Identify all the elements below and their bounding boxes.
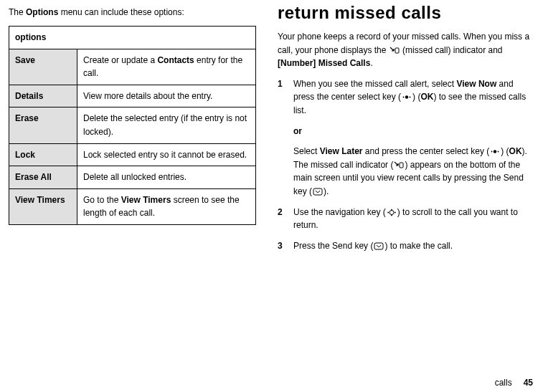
step-number: 1 xyxy=(278,77,293,118)
step-text: Press the Send key ( xyxy=(293,241,373,251)
step-3: 3 Press the Send key () to make the call… xyxy=(278,239,534,253)
options-table: options Save Create or update a Contacts… xyxy=(9,26,256,225)
section-heading: return missed calls xyxy=(278,3,534,23)
step-body: When you see the missed call alert, sele… xyxy=(293,77,534,118)
step-text: When you see the missed call alert, sele… xyxy=(293,79,456,89)
svg-point-2 xyxy=(403,97,405,98)
step-1: 1 When you see the missed call alert, se… xyxy=(278,77,534,118)
desc-text: Go to the xyxy=(83,195,121,205)
missed-calls-label: [Number] Missed Calls xyxy=(278,58,370,68)
ok-label: OK xyxy=(420,92,433,102)
step-text: Select xyxy=(293,146,320,156)
table-header-row: options xyxy=(9,27,256,49)
option-desc: Go to the View Timers screen to see the … xyxy=(77,188,256,224)
option-name: Lock xyxy=(9,143,77,166)
options-menu-name: Options xyxy=(26,7,58,17)
option-desc: Lock selected entry so it cannot be eras… xyxy=(77,143,256,166)
option-name: Erase xyxy=(9,107,77,143)
right-column: return missed calls Your phone keeps a r… xyxy=(278,6,534,259)
svg-point-11 xyxy=(395,211,396,213)
svg-point-1 xyxy=(405,96,408,99)
options-header: options xyxy=(9,27,256,49)
step-1-alt: Select View Later and press the center s… xyxy=(293,145,534,198)
body-text: (missed call) indicator and xyxy=(400,45,503,55)
option-name: Details xyxy=(9,85,77,107)
view-now-label: View Now xyxy=(456,79,496,89)
desc-text: Create or update a xyxy=(83,55,157,65)
svg-point-9 xyxy=(389,210,394,214)
svg-point-5 xyxy=(491,151,493,153)
desc-text: Delete all unlocked entries. xyxy=(83,172,186,182)
svg-point-10 xyxy=(387,211,389,213)
svg-point-6 xyxy=(498,151,499,153)
option-name: Save xyxy=(9,49,77,85)
footer-section-label: calls xyxy=(495,378,512,388)
table-row: Erase All Delete all unlocked entries. xyxy=(9,166,256,189)
table-row: Erase Delete the selected entry (if the … xyxy=(9,107,256,143)
step-text: ) to make the call. xyxy=(384,241,453,251)
center-select-key-icon xyxy=(490,148,500,156)
desc-text: Delete the selected entry (if the entry … xyxy=(83,113,247,137)
option-desc: Create or update a Contacts entry for th… xyxy=(77,49,256,85)
step-body: Press the Send key () to make the call. xyxy=(293,239,534,253)
option-name: View Timers xyxy=(9,188,77,224)
option-desc: View more details about the entry. xyxy=(77,85,256,107)
svg-point-4 xyxy=(494,150,496,153)
left-column: The Options menu can include these optio… xyxy=(9,6,256,259)
step-text: ) ( xyxy=(412,92,420,102)
footer-page-number: 45 xyxy=(524,378,533,388)
options-intro: The Options menu can include these optio… xyxy=(9,6,256,19)
or-separator: or xyxy=(293,125,534,138)
option-desc: Delete all unlocked entries. xyxy=(77,166,256,189)
table-row: Details View more details about the entr… xyxy=(9,85,256,107)
page-footer: calls45 xyxy=(495,378,533,388)
missed-call-icon xyxy=(389,47,400,54)
svg-rect-14 xyxy=(374,243,383,249)
center-select-key-icon xyxy=(402,93,412,101)
step-number: 3 xyxy=(278,239,293,253)
send-key-icon xyxy=(374,242,384,250)
step-text: ). xyxy=(324,186,329,196)
intro-text: The xyxy=(9,7,26,17)
svg-rect-7 xyxy=(400,163,403,168)
step-2: 2 Use the navigation key () to scroll to… xyxy=(278,206,534,232)
step-text: ) ( xyxy=(501,146,509,156)
desc-text: Lock selected entry so it cannot be eras… xyxy=(83,150,247,160)
ok-label: OK xyxy=(509,146,522,156)
option-desc: Delete the selected entry (if the entry … xyxy=(77,107,256,143)
missed-call-icon xyxy=(394,161,404,169)
table-row: Lock Lock selected entry so it cannot be… xyxy=(9,143,256,166)
body-text: . xyxy=(370,58,372,68)
step-number: 2 xyxy=(278,206,293,232)
intro-text-post: menu can include these options: xyxy=(58,7,184,17)
view-later-label: View Later xyxy=(320,146,363,156)
intro-paragraph: Your phone keeps a record of your missed… xyxy=(278,30,534,70)
svg-point-12 xyxy=(391,209,392,210)
svg-rect-0 xyxy=(395,48,399,53)
desc-bold: View Timers xyxy=(121,195,171,205)
svg-point-3 xyxy=(410,97,411,98)
svg-rect-8 xyxy=(313,188,322,195)
table-row: Save Create or update a Contacts entry f… xyxy=(9,49,256,85)
page-columns: The Options menu can include these optio… xyxy=(9,6,534,259)
option-name: Erase All xyxy=(9,166,77,189)
step-text: Use the navigation key ( xyxy=(293,207,386,217)
table-row: View Timers Go to the View Timers screen… xyxy=(9,188,256,224)
svg-point-13 xyxy=(391,214,392,216)
desc-bold: Contacts xyxy=(157,55,194,65)
step-text: and press the center select key ( xyxy=(363,146,490,156)
navigation-key-icon xyxy=(387,209,397,216)
send-key-icon xyxy=(313,188,323,196)
step-body: Use the navigation key () to scroll to t… xyxy=(293,206,534,232)
desc-text: View more details about the entry. xyxy=(83,91,212,101)
